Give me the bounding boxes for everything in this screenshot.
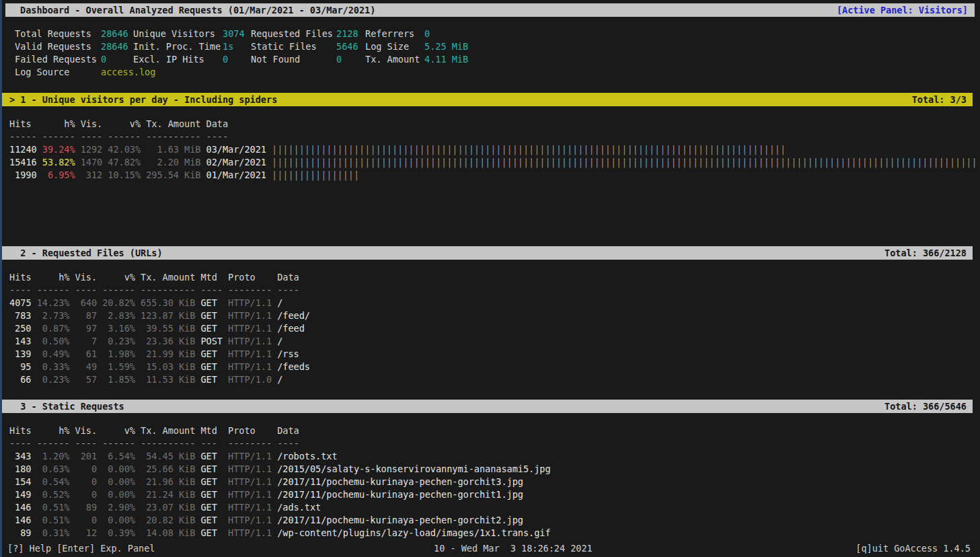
bars-sparkline: ||||||||||||||||||||||||||||||||||||||||… <box>272 156 977 169</box>
protocol-cell: HTTP/1.1 <box>228 322 272 335</box>
protocol-cell: HTTP/1.1 <box>228 335 272 348</box>
protocol-cell: HTTP/1.1 <box>228 476 272 488</box>
visitors-pct-cell: 6.54% <box>102 450 135 463</box>
tx-amount-label: Tx. Amount <box>365 53 424 66</box>
col-visitors: Vis. <box>75 424 98 437</box>
protocol-cell: HTTP/1.1 <box>228 514 272 527</box>
log-source-value: access.log <box>101 66 133 79</box>
col-hits-pct: h% <box>42 118 75 131</box>
total-requests-label: Total Requests <box>15 28 101 40</box>
visitors-pct-cell: 0.00% <box>102 476 135 488</box>
protocol-cell: HTTP/1.1 <box>228 348 272 361</box>
tx-amount-cell: 21.24 KiB <box>141 488 195 501</box>
tx-amount-cell: 23.07 KiB <box>141 501 195 514</box>
summary-row: Failed Requests 0 Excl. IP Hits 0 Not Fo… <box>15 53 468 66</box>
method-cell: POST <box>200 335 223 348</box>
hits-cell: 250 <box>9 322 32 335</box>
col-hits-pct: h% <box>37 424 70 437</box>
tx-amount-cell: 11.53 KiB <box>141 373 195 386</box>
hits-pct-cell: 53.82% <box>42 156 75 169</box>
method-cell: GET <box>200 297 223 309</box>
unique-visitors-value: 3074 <box>223 28 251 40</box>
panel-2-header-requested-files[interactable]: 2 - Requested Files (URLs) Total: 366/21… <box>2 246 973 260</box>
visitors-cell: 312 <box>81 169 103 182</box>
hits-cell: 1990 <box>9 169 37 182</box>
log-size-label: Log Size <box>365 40 424 53</box>
table-row: 143 0.50% 7 0.23% 23.36 KiB POST HTTP/1.… <box>9 335 980 348</box>
hits-cell: 15416 <box>9 156 37 169</box>
summary-row: Valid Requests 28646 Init. Proc. Time 1s… <box>15 40 468 53</box>
data-cell: /2017/11/pochemu-kurinaya-pechen-gorchit… <box>277 476 523 488</box>
hits-pct-cell: 39.24% <box>42 143 75 156</box>
visitors-cell: 7 <box>75 335 98 348</box>
panel-1-header-visitors[interactable]: > 1 - Unique visitors per day - Includin… <box>2 93 973 106</box>
protocol-cell: HTTP/1.0 <box>228 373 272 386</box>
visitors-table: Hits h% Vis. v% Tx. Amount Data ----- --… <box>9 118 980 182</box>
method-cell: GET <box>200 348 223 361</box>
visitors-pct-cell: 0.39% <box>102 527 135 540</box>
visitors-cell: 201 <box>75 450 98 463</box>
init-proc-time-value: 1s <box>223 40 251 53</box>
col-data: Data <box>206 118 229 131</box>
hits-cell: 143 <box>9 335 32 348</box>
hits-pct-cell: 0.52% <box>37 488 70 501</box>
hits-cell: 66 <box>9 373 32 386</box>
visitors-cell: 87 <box>75 309 98 322</box>
hits-pct-cell: 0.54% <box>37 476 70 488</box>
col-protocol: Proto <box>228 424 272 437</box>
init-proc-time-label: Init. Proc. Time <box>133 40 223 53</box>
tx-amount-cell: 21.99 KiB <box>141 348 195 361</box>
table-row: 66 0.23% 57 1.85% 11.53 KiB GET HTTP/1.0… <box>9 373 980 386</box>
hits-cell: 343 <box>9 450 32 463</box>
requested-files-table: Hits h% Vis. v% Tx. Amount Mtd Proto Dat… <box>9 271 980 386</box>
hits-cell: 154 <box>9 476 32 488</box>
dash-separator: ----- ------ ---- ------ ---------- ---- <box>9 131 228 143</box>
protocol-cell: HTTP/1.1 <box>228 488 272 501</box>
visitors-pct-cell: 0.00% <box>102 463 135 476</box>
table-row: 11240 39.24% 1292 42.03% 1.63 MiB 03/Mar… <box>9 143 980 156</box>
hits-pct-cell: 0.87% <box>37 322 70 335</box>
protocol-cell: HTTP/1.1 <box>228 501 272 514</box>
tx-amount-cell: 25.66 KiB <box>141 463 195 476</box>
bars-sparkline: |||||||||||||||| <box>272 169 359 182</box>
col-data: Data <box>277 424 299 437</box>
tx-amount-cell: 20.82 KiB <box>141 514 195 527</box>
hits-cell: 11240 <box>9 143 37 156</box>
panel-3-header-static-requests[interactable]: 3 - Static Requests Total: 366/5646 <box>2 400 973 413</box>
tx-amount-cell: 2.20 MiB <box>146 156 200 169</box>
table-row: 154 0.54% 0 0.00% 21.96 KiB GET HTTP/1.1… <box>9 476 980 488</box>
table-row: 89 0.31% 12 0.39% 14.08 KiB GET HTTP/1.1… <box>9 527 980 540</box>
total-requests-value: 28646 <box>101 28 133 40</box>
visitors-pct-cell: 0.23% <box>102 335 135 348</box>
method-cell: GET <box>200 373 223 386</box>
excl-ip-hits-value: 0 <box>223 53 251 66</box>
data-cell: /2015/05/salaty-s-konservirovannymi-anan… <box>277 463 550 476</box>
dash-separator: ---- ------ ---- ------ ---------- --- -… <box>9 437 299 450</box>
table-row: 149 0.52% 0 0.00% 21.24 KiB GET HTTP/1.1… <box>9 488 980 501</box>
method-cell: GET <box>200 309 223 322</box>
dash-separator: ---- ------ ---- ------ ---------- ---- … <box>9 284 299 297</box>
hits-pct-cell: 0.23% <box>37 373 70 386</box>
summary-row: Log Source access.log <box>15 66 468 79</box>
hits-cell: 4075 <box>9 297 32 309</box>
col-hits: Hits <box>9 424 32 437</box>
data-cell: 02/Mar/2021 <box>206 156 266 169</box>
data-cell: /rss <box>277 348 299 361</box>
protocol-cell: HTTP/1.1 <box>228 450 272 463</box>
protocol-cell: HTTP/1.1 <box>228 309 272 322</box>
visitors-pct-cell: 42.03% <box>108 143 141 156</box>
visitors-cell: 12 <box>75 527 98 540</box>
col-method: Mtd <box>200 271 223 284</box>
hits-cell: 146 <box>9 514 32 527</box>
visitors-pct-cell: 2.90% <box>102 501 135 514</box>
col-visitors-pct: v% <box>108 118 141 131</box>
hits-pct-cell: 6.95% <box>42 169 75 182</box>
visitors-cell: 0 <box>75 488 98 501</box>
method-cell: GET <box>200 463 223 476</box>
bars-sparkline: ||||||||||||||||||||||||||||||||||||||||… <box>272 143 786 156</box>
hits-pct-cell: 0.33% <box>37 361 70 373</box>
tx-amount-cell: 39.55 KiB <box>141 322 195 335</box>
visitors-pct-cell: 10.15% <box>108 169 141 182</box>
table-row: 146 0.51% 0 0.00% 20.82 KiB GET HTTP/1.1… <box>9 514 980 527</box>
protocol-cell: HTTP/1.1 <box>228 463 272 476</box>
